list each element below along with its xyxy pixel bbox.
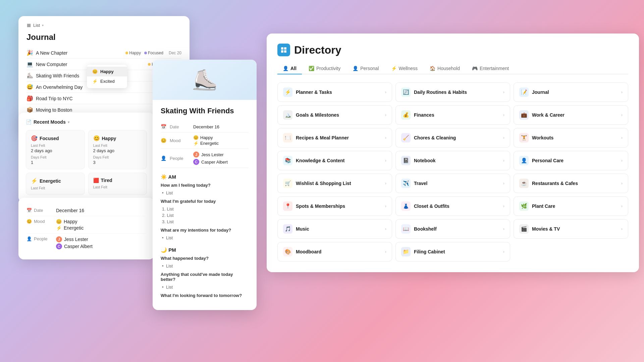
dir-item-17[interactable]: 🌿 Plant Care › xyxy=(514,196,628,216)
dir-item-label-4: Finances xyxy=(414,112,434,118)
dir-item-2[interactable]: 📝 Journal › xyxy=(514,82,628,102)
avatar-jess-skating: J xyxy=(193,152,199,158)
tab-entertainment[interactable]: 🎮 Entertainment xyxy=(467,63,514,74)
entry-date: Dec 20 xyxy=(169,51,181,55)
tab-personal[interactable]: 👤 Personal xyxy=(347,63,384,74)
dir-item-icon-9: 📚 xyxy=(283,156,292,165)
mood-card-energetic[interactable]: ⚡ Energetic Last Felt xyxy=(26,173,85,195)
dir-item-14[interactable]: ☕ Restaurants & Cafes › xyxy=(514,174,628,193)
svg-rect-3 xyxy=(281,47,283,50)
dir-item-18[interactable]: 🎵 Music › xyxy=(277,219,392,239)
tab-productivity[interactable]: ✅ Productivity xyxy=(303,63,346,74)
date-meta-key: Date xyxy=(170,124,190,129)
dir-item-4[interactable]: 💰 Finances › xyxy=(395,105,510,125)
tab-household[interactable]: 🏠 Household xyxy=(424,63,465,74)
dir-item-20[interactable]: 🎬 Movies & TV › xyxy=(514,219,628,239)
dir-item-icon-12: 🛒 xyxy=(283,179,292,188)
am-q1: How am I feeling today? xyxy=(161,183,249,188)
dir-item-10[interactable]: 📓 Notebook › xyxy=(395,151,510,170)
dir-item-label-22: Filing Cabinet xyxy=(414,249,445,254)
dir-item-icon-17: 🌿 xyxy=(519,201,529,211)
dir-item-label-6: Recipes & Meal Planner xyxy=(296,135,349,140)
days-felt-value-2: 3 xyxy=(93,160,142,165)
moods-icon: 📄 xyxy=(26,119,32,125)
dir-item-label-0: Planner & Tasks xyxy=(296,89,332,95)
am-numbered-3: 3. List xyxy=(161,219,249,225)
mood-happy-label: Happy xyxy=(102,136,116,141)
dir-item-icon-11: 👤 xyxy=(519,156,529,165)
chevron-icon-3: › xyxy=(385,113,386,117)
chevron-icon-12: › xyxy=(385,181,386,186)
svg-rect-6 xyxy=(284,50,286,53)
household-icon: 🏠 xyxy=(430,66,435,71)
productivity-icon: ✅ xyxy=(309,66,314,71)
mood-card-happy[interactable]: 😊 Happy Last Felt 2 days ago Days Felt 3 xyxy=(88,130,147,169)
dir-item-icon-5: 💼 xyxy=(519,110,529,120)
tab-wellness[interactable]: ⚡ Wellness xyxy=(386,63,423,74)
skating-title: Skating With Friends xyxy=(161,107,249,115)
dir-item-22[interactable]: 📁 Filing Cabinet › xyxy=(395,242,510,261)
last-felt-label: Last Felt xyxy=(31,143,80,147)
dropdown-item-excited[interactable]: ⚡Excited xyxy=(87,76,127,86)
chevron-icon-9: › xyxy=(385,158,386,163)
dir-item-0[interactable]: ⚡ Planner & Tasks › xyxy=(277,82,392,102)
chevron-icon-19: › xyxy=(503,227,504,231)
dir-item-icon-6: 🍽️ xyxy=(283,133,292,142)
chevron-icon-20: › xyxy=(621,227,623,231)
dir-item-icon-15: 📍 xyxy=(283,201,292,211)
detail-people-row: 👤 People J Jess Lester C Casper Albert xyxy=(26,234,146,252)
dir-item-icon-16: 👗 xyxy=(401,201,411,211)
mood-card-tired[interactable]: 🟥 Tired Last Felt xyxy=(88,173,147,195)
detail-mood-row: 😊 Mood 😊Happy ⚡Energetic xyxy=(26,216,146,234)
directory-title: Directory xyxy=(277,44,628,56)
directory-grid: ⚡ Planner & Tasks › 🔄 Daily Routines & H… xyxy=(277,82,628,261)
directory-panel: Directory 👤 All ✅ Productivity 👤 Persona… xyxy=(267,34,639,272)
mood-value-1: 😊Happy xyxy=(56,219,84,224)
entry-emoji: 📦 xyxy=(26,107,33,113)
dir-item-icon-4: 💰 xyxy=(401,110,411,120)
mood-value-2: ⚡Energetic xyxy=(56,225,84,231)
tired-icon: 🟥 xyxy=(93,178,99,183)
dir-item-icon-3: 🏔️ xyxy=(283,110,292,120)
dir-item-label-20: Movies & TV xyxy=(532,226,560,232)
dir-item-15[interactable]: 📍 Spots & Memberships › xyxy=(277,196,392,216)
dir-item-19[interactable]: 📖 Bookshelf › xyxy=(395,219,510,239)
list-icon xyxy=(26,23,31,28)
chevron-icon-10: › xyxy=(503,158,504,163)
pm-q3: What I'm looking forward to tomorrow? xyxy=(161,293,249,298)
dir-item-16[interactable]: 👗 Closet & Outfits › xyxy=(395,196,510,216)
mood-energetic-label: Energetic xyxy=(40,178,61,184)
journal-list-header[interactable]: List ▾ xyxy=(26,23,181,28)
journal-entry-1[interactable]: 🎉 A New Chapter Happy Focused Dec 20 xyxy=(26,47,181,59)
dir-item-13[interactable]: ✈️ Travel › xyxy=(395,174,510,193)
dir-item-12[interactable]: 🛒 Wishlist & Shopping List › xyxy=(277,174,392,193)
moods-header[interactable]: 📄 Recent Moods ▾ xyxy=(26,119,147,125)
dir-item-11[interactable]: 👤 Personal Care › xyxy=(514,151,628,170)
entry-title: Moving to Boston xyxy=(36,107,161,113)
dir-item-5[interactable]: 💼 Work & Career › xyxy=(514,105,628,125)
date-value: December 16 xyxy=(56,208,84,213)
energetic-icon: ⚡ xyxy=(31,178,38,184)
skating-panel: ⛸️ Skating With Friends 📅 Date December … xyxy=(153,60,257,310)
mood-card-focused[interactable]: 🎯 Focused Last Felt 2 days ago Days Felt… xyxy=(26,130,85,169)
dir-item-21[interactable]: 🎨 Moodboard › xyxy=(277,242,392,261)
dropdown-item-happy[interactable]: 😊Happy xyxy=(87,67,127,76)
dir-item-7[interactable]: 🧹 Chores & Cleaning › xyxy=(395,128,510,147)
dir-item-8[interactable]: 🏋️ Workouts › xyxy=(514,128,628,147)
dir-item-label-7: Chores & Cleaning xyxy=(414,135,456,140)
dir-item-label-16: Closet & Outfits xyxy=(414,203,449,209)
last-felt-label-4: Last Felt xyxy=(93,185,142,189)
entry-moods: Happy Focused xyxy=(125,51,163,55)
dir-item-icon-19: 📖 xyxy=(401,224,411,234)
person-row-1: J Jess Lester xyxy=(193,152,228,158)
dir-item-6[interactable]: 🍽️ Recipes & Meal Planner › xyxy=(277,128,392,147)
tab-all[interactable]: 👤 All xyxy=(277,63,302,74)
days-felt-label: Days Felt xyxy=(31,155,80,159)
dir-item-1[interactable]: 🔄 Daily Routines & Habits › xyxy=(395,82,510,102)
entry-emoji: 🎉 xyxy=(26,50,33,56)
dir-item-3[interactable]: 🏔️ Goals & Milestones › xyxy=(277,105,392,125)
dir-item-label-11: Personal Care xyxy=(532,158,564,163)
moods-title: Recent Moods xyxy=(34,119,66,125)
dir-item-9[interactable]: 📚 Knowledge & Content › xyxy=(277,151,392,170)
chevron-icon-15: › xyxy=(385,204,386,208)
